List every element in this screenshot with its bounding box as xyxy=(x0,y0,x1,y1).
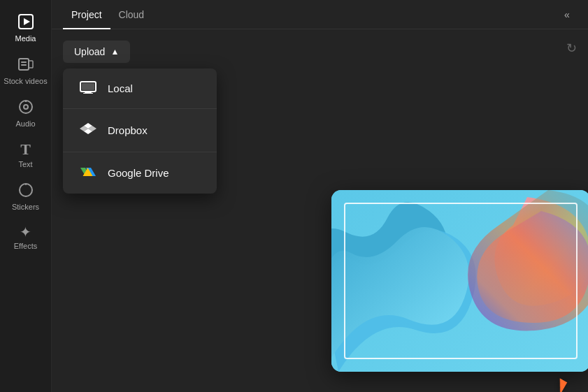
dropdown-item-local[interactable]: Local xyxy=(63,68,217,109)
main-panel: Project Cloud « Upload ▲ ↻ xyxy=(52,0,588,392)
sidebar-label-effects: Effects xyxy=(14,242,37,250)
preview-card xyxy=(331,190,588,372)
refresh-button[interactable]: ↻ xyxy=(566,41,577,56)
svg-point-7 xyxy=(24,105,28,109)
content-area: Upload ▲ ↻ Local xyxy=(52,29,588,392)
sidebar-item-text[interactable]: T Text xyxy=(0,135,51,175)
svg-rect-13 xyxy=(83,93,93,94)
media-icon xyxy=(18,14,34,31)
svg-rect-3 xyxy=(21,61,27,63)
svg-marker-1 xyxy=(24,18,30,25)
stock-videos-icon xyxy=(18,57,34,74)
stickers-icon xyxy=(18,182,34,200)
sidebar-item-stock-videos[interactable]: Stock videos xyxy=(0,50,51,92)
sidebar: Media Stock videos Audio T Text xyxy=(0,0,52,392)
sidebar-item-audio[interactable]: Audio xyxy=(0,92,51,135)
sidebar-label-text: Text xyxy=(18,160,32,168)
dropbox-icon xyxy=(80,120,96,140)
sidebar-item-effects[interactable]: ✦ Effects xyxy=(0,218,51,257)
svg-point-6 xyxy=(20,101,32,113)
text-icon: T xyxy=(20,142,31,157)
tab-cloud[interactable]: Cloud xyxy=(110,0,153,29)
preview-background xyxy=(331,190,588,372)
sidebar-label-audio: Audio xyxy=(15,119,35,128)
google-drive-label: Google Drive xyxy=(108,167,169,179)
audio-icon xyxy=(18,99,34,117)
google-drive-icon xyxy=(80,164,96,182)
svg-rect-12 xyxy=(85,92,92,93)
preview-inner-border xyxy=(344,203,578,359)
dropbox-label: Dropbox xyxy=(108,124,148,136)
svg-point-9 xyxy=(20,184,32,196)
sidebar-label-media: Media xyxy=(15,34,36,43)
collapse-button[interactable]: « xyxy=(557,5,577,24)
sidebar-label-stock: Stock videos xyxy=(3,77,47,85)
local-label: Local xyxy=(108,82,133,94)
upload-label: Upload xyxy=(74,46,105,57)
svg-rect-4 xyxy=(21,64,27,66)
tab-bar: Project Cloud « xyxy=(52,0,588,29)
dropdown-item-dropbox[interactable]: Dropbox xyxy=(63,109,217,152)
cursor-triangle xyxy=(553,378,567,392)
upload-chevron: ▲ xyxy=(110,47,119,57)
effects-icon: ✦ xyxy=(20,225,31,239)
dropdown-item-google-drive[interactable]: Google Drive xyxy=(63,152,217,194)
local-icon xyxy=(80,80,96,97)
upload-dropdown: Local Dropbox xyxy=(63,68,217,194)
sidebar-item-media[interactable]: Media xyxy=(0,7,51,50)
sidebar-item-stickers[interactable]: Stickers xyxy=(0,175,51,218)
svg-rect-14 xyxy=(82,83,94,90)
tab-project[interactable]: Project xyxy=(63,0,110,29)
sidebar-label-stickers: Stickers xyxy=(12,203,39,211)
upload-button[interactable]: Upload ▲ xyxy=(63,41,130,63)
